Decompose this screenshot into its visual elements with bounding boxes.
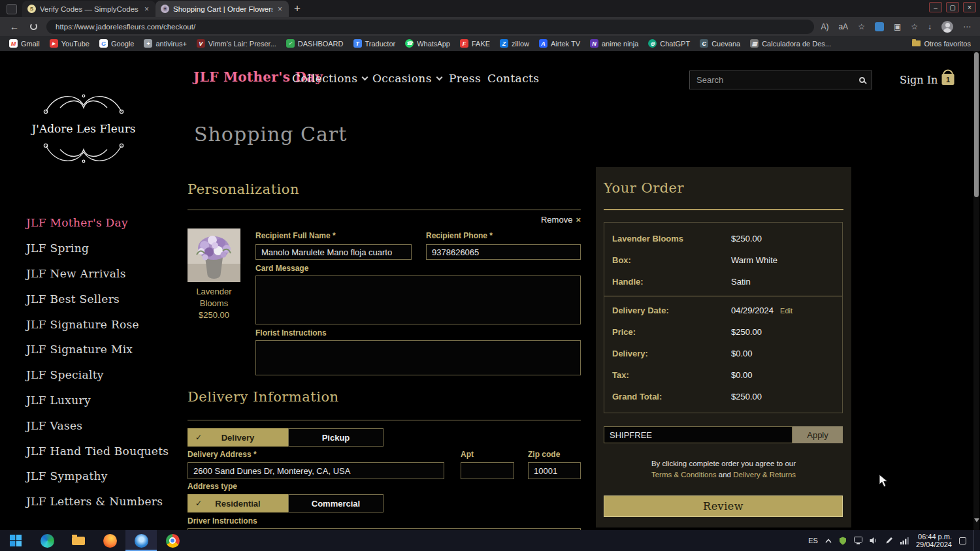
- refresh-icon[interactable]: [30, 23, 37, 30]
- tab-close-icon[interactable]: ×: [143, 5, 150, 14]
- search-input[interactable]: [696, 75, 859, 85]
- downloads-icon[interactable]: ↓: [928, 22, 932, 31]
- tray-expand-icon[interactable]: [825, 539, 832, 543]
- bookmark-airtek[interactable]: AAirtek TV: [539, 39, 580, 48]
- sidebar-item-signature-rose[interactable]: JLF Signature Rose: [26, 311, 169, 337]
- nav-collections[interactable]: Collections: [292, 72, 367, 85]
- minimize-button[interactable]: –: [929, 2, 942, 12]
- sidebar-item-best-sellers[interactable]: JLF Best Sellers: [26, 286, 169, 311]
- delivery-address-input[interactable]: [188, 462, 444, 479]
- nav-press[interactable]: Press: [449, 72, 481, 85]
- sidebar-item-mothers-day[interactable]: JLF Mother's Day: [26, 210, 169, 236]
- recipient-name-input[interactable]: [255, 244, 412, 260]
- apply-promo-button[interactable]: Apply: [792, 426, 843, 443]
- translate-favicon: T: [353, 39, 362, 48]
- search-icon[interactable]: [859, 77, 865, 83]
- favorite-add-icon[interactable]: ☆: [858, 22, 865, 31]
- sidebar-item-letters-numbers[interactable]: JLF Letters & Numbers: [26, 489, 169, 514]
- nav-contacts[interactable]: Contacts: [487, 72, 539, 85]
- bookmark-cuevana[interactable]: CCuevana: [700, 39, 740, 48]
- sidebar-item-hand-tied[interactable]: JLF Hand Tied Bouquets: [26, 438, 169, 464]
- residential-tab[interactable]: ✓ Residential: [188, 494, 288, 512]
- page-scrollbar[interactable]: [973, 51, 979, 530]
- display-icon[interactable]: [854, 537, 862, 544]
- bookmark-vimms-lair[interactable]: VVimm's Lair: Preser...: [197, 39, 276, 48]
- other-favorites[interactable]: Otros favoritos: [912, 40, 971, 48]
- sidebar-item-signature-mix[interactable]: JLF Signature Mix: [26, 337, 169, 362]
- pen-icon[interactable]: [885, 537, 893, 544]
- active-browser-icon[interactable]: [125, 530, 157, 551]
- bookmark-zillow[interactable]: Zzillow: [500, 39, 529, 48]
- sidebar-item-spring[interactable]: JLF Spring: [26, 236, 169, 261]
- extension-icon[interactable]: [875, 22, 884, 31]
- tab-shopping-cart[interactable]: ❀ Shopping Cart | Order Flowers... ×: [155, 1, 289, 17]
- profile-avatar[interactable]: [941, 21, 953, 33]
- bookmark-anime-ninja[interactable]: Nanime ninja: [590, 39, 638, 48]
- bookmark-google[interactable]: GGoogle: [99, 39, 134, 48]
- taskbar-clock[interactable]: 06:44 p.m. 29/04/2024: [916, 533, 952, 548]
- collections-icon[interactable]: ▣: [894, 22, 901, 31]
- terms-link[interactable]: Terms & Conditions: [651, 471, 717, 479]
- language-indicator[interactable]: ES: [808, 537, 818, 544]
- sidebar-item-new-arrivals[interactable]: JLF New Arrivals: [26, 261, 169, 287]
- apt-input[interactable]: [461, 462, 514, 479]
- bookmark-dashboard[interactable]: ✓DASHBOARD: [286, 39, 344, 48]
- bookmark-chatgpt[interactable]: ⊛ChatGPT: [648, 39, 690, 48]
- florist-instructions-textarea[interactable]: [255, 340, 581, 375]
- translate-icon[interactable]: aA: [838, 22, 848, 31]
- returns-link[interactable]: Delivery & Returns: [733, 471, 796, 479]
- edge-taskbar-icon[interactable]: [31, 530, 63, 551]
- recipient-phone-input[interactable]: [426, 244, 581, 260]
- review-button[interactable]: Review: [604, 496, 843, 517]
- security-shield-icon[interactable]: [839, 537, 847, 545]
- browser-tab-strip: S Verify Codes — SimplyCodes × ❀ Shoppin…: [0, 0, 980, 17]
- scrollbar-thumb[interactable]: [974, 52, 979, 197]
- card-message-textarea[interactable]: [255, 276, 581, 324]
- network-bars-icon[interactable]: [900, 537, 909, 544]
- show-desktop-strip[interactable]: [973, 530, 976, 551]
- zip-input[interactable]: [528, 462, 581, 479]
- site-logo[interactable]: J'Adore Les Fleurs: [26, 87, 141, 174]
- workspace-icon[interactable]: [7, 4, 17, 14]
- speaker-icon[interactable]: [870, 537, 878, 544]
- product-thumbnail[interactable]: [188, 228, 240, 285]
- dashboard-icon: ✓: [286, 39, 295, 48]
- firefox-icon[interactable]: [94, 530, 125, 551]
- bookmark-gmail[interactable]: MGmail: [9, 39, 40, 48]
- chrome-icon[interactable]: [157, 530, 188, 551]
- maximize-button[interactable]: ▢: [946, 2, 959, 12]
- tab-simplycodes[interactable]: S Verify Codes — SimplyCodes ×: [22, 1, 155, 17]
- bookmark-antivirus[interactable]: +antivirus+: [144, 39, 186, 48]
- sidebar-item-specialty[interactable]: JLF Specialty: [26, 362, 169, 388]
- sign-in-link[interactable]: Sign In: [900, 74, 938, 86]
- bookmark-traductor[interactable]: TTraductor: [353, 39, 396, 48]
- new-tab-button[interactable]: +: [289, 1, 306, 16]
- commercial-tab[interactable]: Commercial: [288, 494, 384, 512]
- favorites-bar-icon[interactable]: ☆: [911, 22, 918, 31]
- scrollbar-down-arrow[interactable]: [974, 518, 979, 522]
- pickup-tab[interactable]: Pickup: [288, 428, 384, 447]
- cart-button[interactable]: 1: [939, 68, 956, 90]
- sidebar-item-vases[interactable]: JLF Vases: [26, 413, 169, 438]
- sidebar-item-luxury[interactable]: JLF Luxury: [26, 388, 169, 413]
- address-type-toggle: ✓ Residential Commercial: [188, 494, 384, 512]
- url-field[interactable]: https://www.jadorelesfleurs.com/checkout…: [46, 20, 814, 34]
- close-button[interactable]: ×: [963, 2, 976, 12]
- delivery-tab[interactable]: ✓ Delivery: [188, 428, 288, 447]
- tab-close-icon[interactable]: ×: [276, 5, 284, 14]
- edit-date-link[interactable]: Edit: [780, 307, 792, 315]
- bookmark-whatsapp[interactable]: ☎WhatsApp: [405, 39, 450, 48]
- nav-occasions[interactable]: Occasions: [372, 72, 442, 85]
- bookmark-youtube[interactable]: ▶YouTube: [50, 39, 90, 48]
- bookmark-calculadora[interactable]: ▦Calculadora de Des...: [750, 39, 831, 48]
- notification-center-icon[interactable]: [959, 537, 966, 544]
- browser-menu-icon[interactable]: ⋯: [963, 22, 971, 31]
- bookmark-fake[interactable]: FFAKE: [460, 39, 490, 48]
- sidebar-item-sympathy[interactable]: JLF Sympathy: [26, 464, 169, 489]
- promo-code-input[interactable]: [604, 426, 792, 443]
- file-explorer-icon[interactable]: [63, 530, 94, 551]
- read-aloud-icon[interactable]: A): [821, 22, 828, 31]
- remove-item-link[interactable]: Remove×: [541, 215, 581, 225]
- back-icon[interactable]: ←: [7, 22, 22, 32]
- start-button[interactable]: [0, 530, 31, 551]
